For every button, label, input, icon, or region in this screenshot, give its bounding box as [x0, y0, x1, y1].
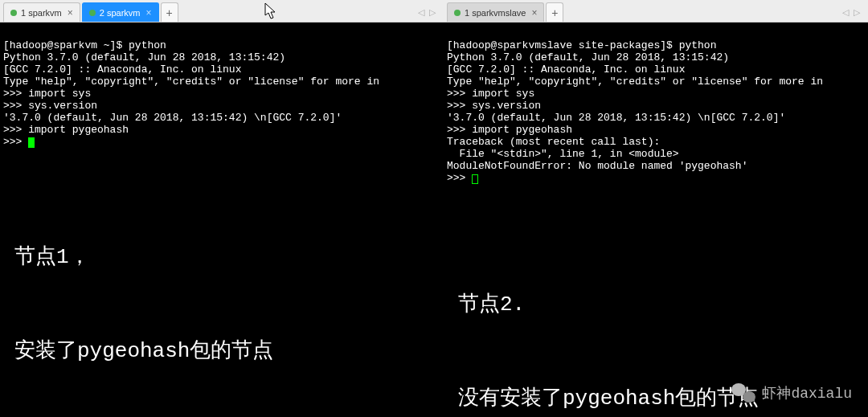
terminal-line: >>> sys.version — [3, 100, 97, 112]
terminal-line: [hadoop@sparkvmslave site-packages]$ pyt… — [447, 39, 716, 51]
terminal-line: >>> sys.version — [447, 100, 541, 112]
add-tab-button[interactable]: + — [546, 2, 563, 22]
terminal-line: [GCC 7.2.0] :: Anaconda, Inc. on linux — [447, 63, 685, 76]
tab-label: 2 sparkvm — [100, 8, 141, 18]
terminal-line: [hadoop@sparkvm ~]$ python — [3, 39, 166, 51]
nav-right-icon[interactable]: ▷ — [429, 7, 436, 18]
terminal-left[interactable]: [hadoop@sparkvm ~]$ python Python 3.7.0 … — [0, 22, 444, 417]
status-dot-icon — [10, 10, 17, 16]
status-dot-icon — [89, 10, 96, 16]
terminal-line: '3.7.0 (default, Jun 28 2018, 13:15:42) … — [447, 112, 785, 124]
terminal-line: Python 3.7.0 (default, Jun 28 2018, 13:1… — [447, 51, 729, 63]
terminal-line: Traceback (most recent call last): — [447, 136, 660, 148]
tab-bar-right: 1 sparkvmslave × + ◁ ▷ — [444, 0, 868, 22]
annotation-text: 安装了pygeohash包的节点 — [14, 336, 273, 367]
nav-left-icon[interactable]: ◁ — [418, 7, 424, 18]
terminal-right[interactable]: [hadoop@sparkvmslave site-packages]$ pyt… — [444, 22, 868, 417]
annotation-text: 节点2. — [458, 289, 759, 321]
annotation-left: 节点1， 安装了pygeohash包的节点 — [14, 179, 273, 417]
terminal-line: Type "help", "copyright", "credits" or "… — [447, 76, 823, 88]
close-icon[interactable]: × — [146, 7, 152, 18]
terminal-line: >>> import pygeohash — [447, 124, 572, 136]
nav-right-icon[interactable]: ▷ — [854, 7, 860, 18]
terminal-line: Type "help", "copyright", "credits" or "… — [3, 76, 379, 88]
right-pane: 1 sparkvmslave × + ◁ ▷ [hadoop@sparkvmsl… — [444, 0, 868, 417]
left-pane: 1 sparkvm × 2 sparkvm × + ◁ ▷ [hadoop@sp… — [0, 0, 444, 417]
terminal-line: [GCC 7.2.0] :: Anaconda, Inc. on linux — [3, 63, 241, 76]
nav-left-icon[interactable]: ◁ — [842, 7, 849, 18]
tab-label: 1 sparkvm — [21, 8, 62, 18]
terminal-line: '3.7.0 (default, Jun 28 2018, 13:15:42) … — [3, 112, 342, 124]
terminal-line: >>> — [447, 172, 472, 184]
annotation-text: 节点1， — [14, 242, 273, 273]
close-icon[interactable]: × — [531, 7, 537, 18]
annotation-text: 没有安装了pygeohash包的节点 — [458, 383, 759, 415]
terminal-line: >>> import sys — [3, 88, 91, 100]
tab-sparkvmslave-1[interactable]: 1 sparkvmslave × — [447, 2, 544, 22]
close-icon[interactable]: × — [68, 7, 73, 18]
tab-sparkvm-1[interactable]: 1 sparkvm × — [3, 2, 80, 22]
annotation-right: 节点2. 没有安装了pygeohash包的节点 — [458, 227, 759, 417]
tab-label: 1 sparkvmslave — [465, 8, 526, 18]
tab-sparkvm-2[interactable]: 2 sparkvm × — [82, 2, 159, 22]
wechat-icon — [731, 383, 755, 404]
terminal-line: ModuleNotFoundError: No module named 'py… — [447, 160, 747, 172]
status-dot-icon — [454, 10, 461, 16]
terminal-line: >>> — [3, 136, 28, 148]
cursor-icon — [28, 137, 35, 148]
terminal-line: Python 3.7.0 (default, Jun 28 2018, 13:1… — [3, 51, 285, 63]
terminal-line: File "<stdin>", line 1, in <module> — [447, 148, 679, 160]
terminal-line: >>> import pygeohash — [3, 124, 129, 136]
terminal-line: >>> import sys — [447, 88, 534, 100]
add-tab-button[interactable]: + — [161, 2, 178, 22]
tab-nav-left: ◁ ▷ — [418, 2, 440, 22]
tab-bar-left: 1 sparkvm × 2 sparkvm × + ◁ ▷ — [0, 0, 444, 22]
watermark: 虾神daxialu — [731, 383, 852, 404]
tab-nav-right: ◁ ▷ — [842, 2, 865, 22]
cursor-icon — [472, 174, 478, 184]
